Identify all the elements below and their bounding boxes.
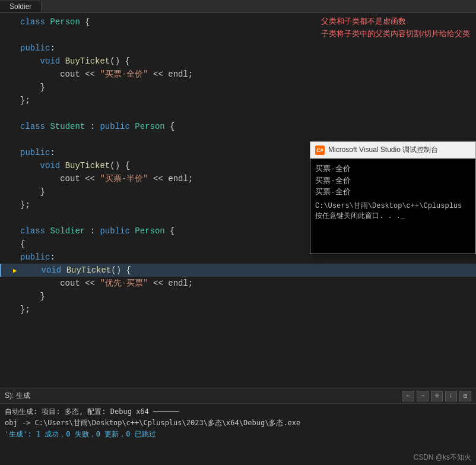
console-output-3: 买票-全价 — [315, 186, 471, 198]
line-code: public: — [20, 43, 476, 53]
code-line-5: cout << "买票-全价" << endl; — [0, 68, 476, 81]
code-line-9: class Student : public Person { — [0, 120, 476, 133]
line-code: }; — [20, 305, 476, 314]
build-label: S): 生成 — [5, 391, 402, 401]
code-line-8 — [0, 107, 476, 120]
console-window: C# Microsoft Visual Studio 调试控制台 买票-全价 买… — [310, 141, 476, 254]
build-header: S): 生成 ← → ≡ ↓ ⊞ — [0, 388, 476, 404]
build-output: 自动生成: 项目: 多态, 配置: Debug x64 ────── obj -… — [0, 404, 476, 443]
code-line-2 — [0, 29, 476, 42]
toolbar-btn-3[interactable]: ≡ — [431, 391, 443, 401]
code-line-22: } — [0, 290, 476, 303]
code-line-6: } — [0, 81, 476, 94]
line-code: cout << "优先-买票" << endl; — [20, 278, 476, 289]
vs-icon: C# — [315, 145, 325, 155]
code-line-7: }; — [0, 94, 476, 107]
console-prompt: 按任意键关闭此窗口. . ._ — [315, 211, 471, 221]
line-code: }; — [20, 96, 476, 105]
console-title: Microsoft Visual Studio 调试控制台 — [328, 145, 438, 155]
toolbar-btn-5[interactable]: ⊞ — [459, 391, 471, 401]
line-indicator: ▶ — [13, 267, 21, 274]
line-code: void BuyTicket() { — [20, 56, 476, 66]
console-output-1: 买票-全价 — [315, 163, 471, 175]
toolbar-btn-4[interactable]: ↓ — [445, 391, 457, 401]
toolbar-btn-1[interactable]: ← — [402, 391, 414, 401]
console-output-2: 买票-全价 — [315, 175, 471, 187]
line-code: cout << "买票-全价" << endl; — [20, 69, 476, 80]
code-line-3: public: — [0, 42, 476, 55]
build-toolbar: ← → ≡ ↓ ⊞ — [402, 391, 471, 401]
code-line-23: }; — [0, 303, 476, 316]
console-title-bar: C# Microsoft Visual Studio 调试控制台 — [310, 142, 475, 159]
code-line-1: class Person { — [0, 15, 476, 29]
console-path: C:\Users\甘雨\Desktop\c++\Cplusplus — [315, 201, 471, 211]
code-line-4: void BuyTicket() { — [0, 55, 476, 68]
line-code: void BuyTicket() { — [21, 265, 476, 275]
tab-item[interactable]: Soldier — [0, 1, 42, 12]
status-bar: S): 生成 ← → ≡ ↓ ⊞ 自动生成: 项目: 多态, 配置: Debug… — [0, 388, 476, 465]
line-code: } — [20, 83, 476, 92]
output-line-1: 自动生成: 项目: 多态, 配置: Debug x64 ────── — [5, 406, 471, 417]
line-code: } — [20, 292, 476, 301]
code-line-21: cout << "优先-买票" << endl; — [0, 277, 476, 290]
tab-bar: Soldier — [0, 0, 476, 13]
line-code: class Student : public Person { — [20, 122, 476, 131]
csdn-watermark: CSDN @ks不知火 — [413, 453, 471, 463]
output-line-2: obj -> C:\Users\甘雨\Desktop\c++\Cplusplus… — [5, 417, 471, 429]
code-line-20: ▶ void BuyTicket() { — [0, 264, 476, 277]
toolbar-btn-2[interactable]: → — [417, 391, 429, 401]
console-body: 买票-全价 买票-全价 买票-全价 C:\Users\甘雨\Desktop\c+… — [310, 159, 475, 254]
output-line-3: '生成': 1 成功，0 失败，0 更新，0 已跳过 — [5, 429, 471, 440]
line-code: class Person { — [20, 17, 476, 27]
